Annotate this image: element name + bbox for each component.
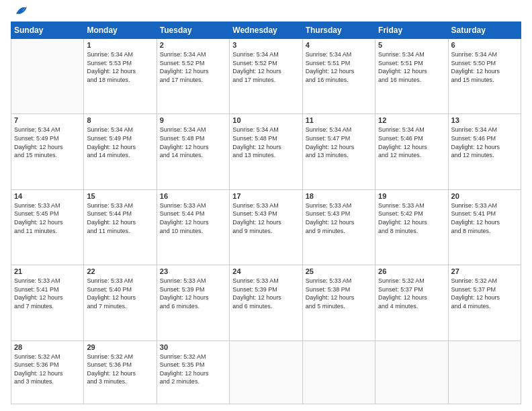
day-cell: 17Sunrise: 5:33 AMSunset: 5:43 PMDayligh… xyxy=(230,189,302,265)
day-cell: 21Sunrise: 5:33 AMSunset: 5:41 PMDayligh… xyxy=(11,265,84,340)
day-number: 15 xyxy=(87,192,153,200)
day-cell: 19Sunrise: 5:33 AMSunset: 5:42 PMDayligh… xyxy=(375,189,448,265)
day-info: Sunrise: 5:32 AMSunset: 5:36 PMDaylight:… xyxy=(14,353,81,386)
day-cell xyxy=(375,340,448,404)
day-info: Sunrise: 5:32 AMSunset: 5:35 PMDaylight:… xyxy=(160,353,226,386)
day-number: 28 xyxy=(14,343,81,351)
day-cell: 27Sunrise: 5:32 AMSunset: 5:37 PMDayligh… xyxy=(448,265,521,340)
day-info: Sunrise: 5:32 AMSunset: 5:36 PMDaylight:… xyxy=(87,353,153,386)
day-cell: 10Sunrise: 5:34 AMSunset: 5:48 PMDayligh… xyxy=(230,114,302,189)
day-number: 11 xyxy=(306,116,372,124)
day-number: 5 xyxy=(378,41,445,49)
day-info: Sunrise: 5:33 AMSunset: 5:39 PMDaylight:… xyxy=(232,277,299,310)
day-cell: 26Sunrise: 5:32 AMSunset: 5:37 PMDayligh… xyxy=(375,265,448,340)
week-row-3: 14Sunrise: 5:33 AMSunset: 5:45 PMDayligh… xyxy=(11,189,521,265)
day-cell: 12Sunrise: 5:34 AMSunset: 5:46 PMDayligh… xyxy=(375,114,448,189)
week-row-4: 21Sunrise: 5:33 AMSunset: 5:41 PMDayligh… xyxy=(11,265,521,340)
day-number: 16 xyxy=(160,192,226,200)
day-info: Sunrise: 5:33 AMSunset: 5:41 PMDaylight:… xyxy=(14,277,81,310)
day-cell: 18Sunrise: 5:33 AMSunset: 5:43 PMDayligh… xyxy=(302,189,375,265)
day-number: 12 xyxy=(378,116,445,124)
day-cell: 30Sunrise: 5:32 AMSunset: 5:35 PMDayligh… xyxy=(157,340,229,404)
day-cell: 29Sunrise: 5:32 AMSunset: 5:36 PMDayligh… xyxy=(84,340,157,404)
day-cell: 13Sunrise: 5:34 AMSunset: 5:46 PMDayligh… xyxy=(448,114,521,189)
day-info: Sunrise: 5:33 AMSunset: 5:45 PMDaylight:… xyxy=(14,201,81,235)
day-number: 17 xyxy=(232,192,299,200)
page: SundayMondayTuesdayWednesdayThursdayFrid… xyxy=(0,0,532,411)
day-info: Sunrise: 5:32 AMSunset: 5:37 PMDaylight:… xyxy=(378,277,445,310)
day-number: 21 xyxy=(14,267,81,275)
day-number: 9 xyxy=(160,116,226,124)
col-header-sunday: Sunday xyxy=(11,22,84,39)
logo xyxy=(11,9,27,17)
day-number: 25 xyxy=(306,267,372,275)
day-number: 1 xyxy=(87,41,153,49)
col-header-tuesday: Tuesday xyxy=(157,22,229,39)
day-number: 7 xyxy=(14,116,81,124)
day-cell: 7Sunrise: 5:34 AMSunset: 5:49 PMDaylight… xyxy=(11,114,84,189)
day-number: 29 xyxy=(87,343,153,351)
day-cell: 8Sunrise: 5:34 AMSunset: 5:49 PMDaylight… xyxy=(84,114,157,189)
day-info: Sunrise: 5:33 AMSunset: 5:38 PMDaylight:… xyxy=(306,277,372,310)
col-header-wednesday: Wednesday xyxy=(230,22,302,39)
day-cell: 25Sunrise: 5:33 AMSunset: 5:38 PMDayligh… xyxy=(302,265,375,340)
day-number: 14 xyxy=(14,192,81,200)
day-number: 22 xyxy=(87,267,153,275)
col-header-saturday: Saturday xyxy=(448,22,521,39)
day-cell: 6Sunrise: 5:34 AMSunset: 5:50 PMDaylight… xyxy=(448,39,521,114)
day-cell: 22Sunrise: 5:33 AMSunset: 5:40 PMDayligh… xyxy=(84,265,157,340)
day-cell: 3Sunrise: 5:34 AMSunset: 5:52 PMDaylight… xyxy=(230,39,302,114)
col-header-monday: Monday xyxy=(84,22,157,39)
day-info: Sunrise: 5:33 AMSunset: 5:42 PMDaylight:… xyxy=(378,201,445,235)
day-number: 6 xyxy=(451,41,518,49)
day-info: Sunrise: 5:34 AMSunset: 5:47 PMDaylight:… xyxy=(306,126,372,159)
day-info: Sunrise: 5:32 AMSunset: 5:37 PMDaylight:… xyxy=(451,277,518,310)
day-info: Sunrise: 5:34 AMSunset: 5:48 PMDaylight:… xyxy=(232,126,299,159)
day-info: Sunrise: 5:34 AMSunset: 5:49 PMDaylight:… xyxy=(87,126,153,159)
day-cell: 9Sunrise: 5:34 AMSunset: 5:48 PMDaylight… xyxy=(157,114,229,189)
day-cell xyxy=(448,340,521,404)
day-number: 24 xyxy=(232,267,299,275)
day-number: 23 xyxy=(160,267,226,275)
day-info: Sunrise: 5:34 AMSunset: 5:52 PMDaylight:… xyxy=(232,50,299,84)
day-cell xyxy=(302,340,375,404)
day-number: 13 xyxy=(451,116,518,124)
day-info: Sunrise: 5:34 AMSunset: 5:49 PMDaylight:… xyxy=(14,126,81,159)
logo-bird-icon xyxy=(12,3,27,17)
day-number: 27 xyxy=(451,267,518,275)
day-cell: 23Sunrise: 5:33 AMSunset: 5:39 PMDayligh… xyxy=(157,265,229,340)
day-info: Sunrise: 5:33 AMSunset: 5:43 PMDaylight:… xyxy=(306,201,372,235)
day-number: 20 xyxy=(451,192,518,200)
week-row-5: 28Sunrise: 5:32 AMSunset: 5:36 PMDayligh… xyxy=(11,340,521,404)
day-number: 8 xyxy=(87,116,153,124)
day-info: Sunrise: 5:33 AMSunset: 5:44 PMDaylight:… xyxy=(160,201,226,235)
day-info: Sunrise: 5:34 AMSunset: 5:52 PMDaylight:… xyxy=(160,50,226,84)
week-row-2: 7Sunrise: 5:34 AMSunset: 5:49 PMDaylight… xyxy=(11,114,521,189)
day-info: Sunrise: 5:34 AMSunset: 5:53 PMDaylight:… xyxy=(87,50,153,84)
day-number: 2 xyxy=(160,41,226,49)
day-info: Sunrise: 5:33 AMSunset: 5:40 PMDaylight:… xyxy=(87,277,153,310)
day-cell: 2Sunrise: 5:34 AMSunset: 5:52 PMDaylight… xyxy=(157,39,229,114)
day-info: Sunrise: 5:34 AMSunset: 5:48 PMDaylight:… xyxy=(160,126,226,159)
calendar-table: SundayMondayTuesdayWednesdayThursdayFrid… xyxy=(11,21,521,404)
header-row: SundayMondayTuesdayWednesdayThursdayFrid… xyxy=(11,22,521,39)
day-number: 26 xyxy=(378,267,445,275)
day-cell: 11Sunrise: 5:34 AMSunset: 5:47 PMDayligh… xyxy=(302,114,375,189)
col-header-friday: Friday xyxy=(375,22,448,39)
day-info: Sunrise: 5:34 AMSunset: 5:46 PMDaylight:… xyxy=(451,126,518,159)
day-number: 3 xyxy=(232,41,299,49)
day-info: Sunrise: 5:33 AMSunset: 5:39 PMDaylight:… xyxy=(160,277,226,310)
header xyxy=(11,7,521,17)
day-info: Sunrise: 5:34 AMSunset: 5:50 PMDaylight:… xyxy=(451,50,518,84)
day-cell: 24Sunrise: 5:33 AMSunset: 5:39 PMDayligh… xyxy=(230,265,302,340)
day-number: 4 xyxy=(306,41,372,49)
day-number: 18 xyxy=(306,192,372,200)
day-cell: 15Sunrise: 5:33 AMSunset: 5:44 PMDayligh… xyxy=(84,189,157,265)
day-cell: 4Sunrise: 5:34 AMSunset: 5:51 PMDaylight… xyxy=(302,39,375,114)
day-info: Sunrise: 5:34 AMSunset: 5:51 PMDaylight:… xyxy=(306,50,372,84)
day-cell: 20Sunrise: 5:33 AMSunset: 5:41 PMDayligh… xyxy=(448,189,521,265)
day-info: Sunrise: 5:34 AMSunset: 5:46 PMDaylight:… xyxy=(378,126,445,159)
day-cell: 28Sunrise: 5:32 AMSunset: 5:36 PMDayligh… xyxy=(11,340,84,404)
day-cell: 5Sunrise: 5:34 AMSunset: 5:51 PMDaylight… xyxy=(375,39,448,114)
day-number: 10 xyxy=(232,116,299,124)
